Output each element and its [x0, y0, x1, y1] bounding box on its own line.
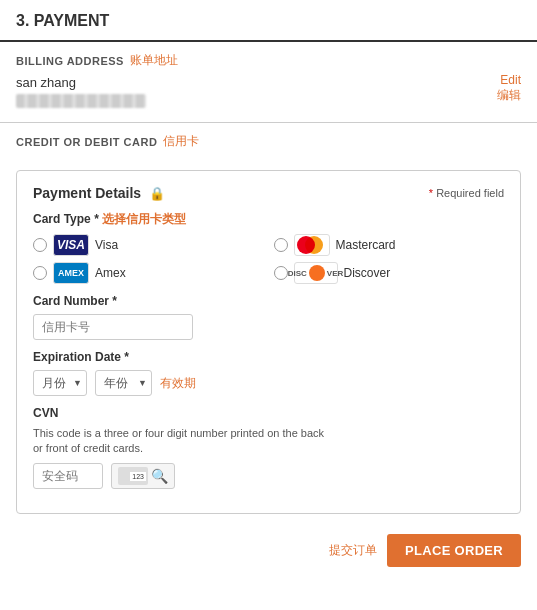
- card-number-input[interactable]: [33, 314, 193, 340]
- cvn-input-row: 🔍: [33, 463, 504, 489]
- card-number-label: Card Number *: [33, 294, 504, 308]
- payment-details-box: Payment Details 🔒 * Required field Card …: [16, 170, 521, 514]
- magnify-icon: 🔍: [151, 468, 168, 484]
- card-option-mastercard[interactable]: Mastercard: [274, 234, 505, 256]
- expiry-annotation: 有效期: [160, 375, 196, 392]
- discover-circle: [309, 265, 325, 281]
- mc-circle-right: [305, 236, 323, 254]
- cvn-row: CVN This code is a three or four digit n…: [33, 406, 504, 489]
- card-type-row: Card Type * 选择信用卡类型 VISA Visa: [33, 211, 504, 284]
- card-number-row: Card Number *: [33, 294, 504, 340]
- payment-details-title: Payment Details: [33, 185, 141, 201]
- mastercard-logo: [294, 234, 330, 256]
- radio-visa[interactable]: [33, 238, 47, 252]
- edit-container: Edit 编辑: [497, 73, 521, 104]
- mastercard-label: Mastercard: [336, 238, 396, 252]
- page-header: 3. PAYMENT: [0, 0, 537, 42]
- required-note: * Required field: [429, 187, 504, 199]
- cvn-card-back: [118, 467, 148, 485]
- edit-link[interactable]: Edit: [497, 73, 521, 87]
- card-option-discover[interactable]: DISC VER Discover: [274, 262, 505, 284]
- card-type-label: Card Type * 选择信用卡类型: [33, 211, 504, 228]
- billing-annotation: 账单地址: [130, 52, 178, 69]
- radio-mastercard[interactable]: [274, 238, 288, 252]
- page-container: 3. PAYMENT BILLING ADDRESS 账单地址 san zhan…: [0, 0, 537, 573]
- submit-annotation: 提交订单: [329, 542, 377, 559]
- credit-annotation: 信用卡: [163, 133, 199, 150]
- discover-label: Discover: [344, 266, 391, 280]
- radio-amex[interactable]: [33, 266, 47, 280]
- card-type-annotation: 选择信用卡类型: [102, 212, 186, 226]
- amex-logo: AMEX: [53, 262, 89, 284]
- discover-logo: DISC VER: [294, 262, 338, 284]
- expiration-row: Expiration Date * 月份 01 02 03 04 05 06 0…: [33, 350, 504, 396]
- billing-section: BILLING ADDRESS 账单地址 san zhang Edit 编辑: [0, 42, 537, 118]
- lock-icon: 🔒: [149, 186, 165, 201]
- billing-name: san zhang: [16, 75, 497, 90]
- year-select-wrapper: 年份 2024 2025 2026 2027 2028 2029 2030 ▼: [95, 370, 152, 396]
- cvn-label: CVN: [33, 406, 504, 420]
- year-select[interactable]: 年份 2024 2025 2026 2027 2028 2029 2030: [95, 370, 152, 396]
- payment-details-title-row: Payment Details 🔒: [33, 185, 165, 201]
- card-option-amex[interactable]: AMEX Amex: [33, 262, 264, 284]
- billing-section-label: BILLING ADDRESS: [16, 55, 124, 67]
- cvn-input[interactable]: [33, 463, 103, 489]
- radio-discover[interactable]: [274, 266, 288, 280]
- expiry-row: 月份 01 02 03 04 05 06 07 08 09 10 11 12: [33, 370, 504, 396]
- cvn-image: 🔍: [111, 463, 175, 489]
- amex-label: Amex: [95, 266, 126, 280]
- footer-row: 提交订单 PLACE ORDER: [0, 524, 537, 573]
- visa-label: Visa: [95, 238, 118, 252]
- credit-section: CREDIT OR DEBIT CARD 信用卡: [0, 127, 537, 160]
- expiration-label: Expiration Date *: [33, 350, 504, 364]
- credit-section-label: CREDIT OR DEBIT CARD: [16, 136, 157, 148]
- card-option-visa[interactable]: VISA Visa: [33, 234, 264, 256]
- divider: [0, 122, 537, 123]
- payment-details-header: Payment Details 🔒 * Required field: [33, 185, 504, 201]
- place-order-button[interactable]: PLACE ORDER: [387, 534, 521, 567]
- page-title: 3. PAYMENT: [16, 12, 109, 29]
- month-select[interactable]: 月份 01 02 03 04 05 06 07 08 09 10 11 12: [33, 370, 87, 396]
- billing-info: san zhang: [16, 73, 497, 108]
- month-select-wrapper: 月份 01 02 03 04 05 06 07 08 09 10 11 12: [33, 370, 87, 396]
- credit-label-row: CREDIT OR DEBIT CARD 信用卡: [16, 133, 521, 150]
- card-type-grid: VISA Visa Mastercard: [33, 234, 504, 284]
- billing-address-blurred: [16, 94, 146, 108]
- billing-row: san zhang Edit 编辑: [16, 73, 521, 108]
- edit-annotation: 编辑: [497, 87, 521, 104]
- visa-logo: VISA: [53, 234, 89, 256]
- cvn-desc: This code is a three or four digit numbe…: [33, 426, 333, 457]
